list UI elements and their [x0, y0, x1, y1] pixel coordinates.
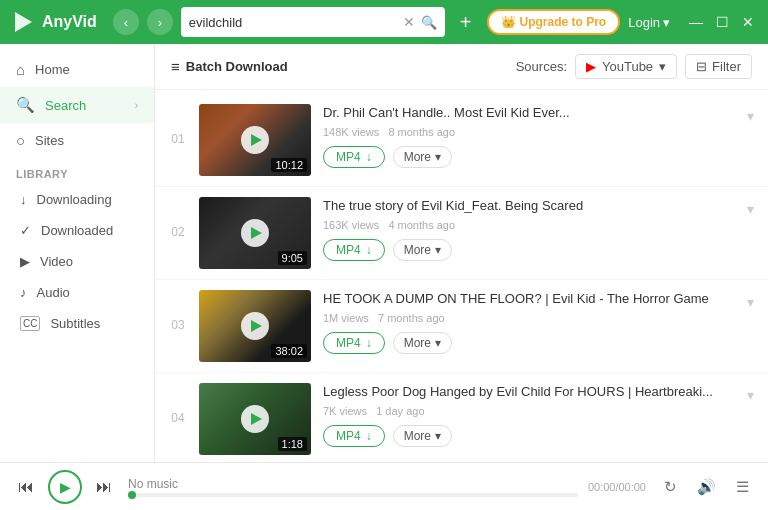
filter-label: Filter — [712, 59, 741, 74]
back-button[interactable]: ‹ — [113, 9, 139, 35]
progress-bar[interactable] — [128, 493, 578, 497]
title-bar: AnyVid ‹ › ✕ 🔍 + 👑 Upgrade to Pro Login … — [0, 0, 768, 44]
sidebar-item-downloading[interactable]: ↓ Downloading — [0, 184, 154, 215]
maximize-button[interactable]: ☐ — [712, 12, 732, 32]
more-button[interactable]: More ▾ — [393, 146, 452, 168]
sidebar-item-label: Downloaded — [41, 223, 113, 238]
result-item: 01 10:12 Dr. Phil Can't Handle.. Most Ev… — [155, 94, 768, 187]
thumbnail: 9:05 — [199, 197, 311, 269]
result-title: HE TOOK A DUMP ON THE FLOOR? | Evil Kid … — [323, 290, 735, 308]
play-button[interactable] — [241, 126, 269, 154]
next-button[interactable]: ⏭ — [90, 473, 118, 501]
chevron-down-icon: ▾ — [435, 429, 441, 443]
result-meta: 1M views 7 months ago — [323, 312, 735, 324]
add-tab-button[interactable]: + — [453, 9, 479, 35]
result-number: 03 — [169, 290, 187, 332]
sidebar-item-home[interactable]: ⌂ Home — [0, 52, 154, 87]
app-name: AnyVid — [42, 13, 97, 31]
sources-dropdown[interactable]: ▶ YouTube ▾ — [575, 54, 677, 79]
result-meta: 148K views 8 months ago — [323, 126, 735, 138]
mp4-button[interactable]: MP4 ↓ — [323, 146, 385, 168]
time-display: 00:00/00:00 — [588, 481, 646, 493]
download-icon: ↓ — [366, 150, 372, 164]
player-controls: ⏮ ▶ ⏭ — [12, 470, 118, 504]
sidebar-item-label: Subtitles — [50, 316, 100, 331]
more-button[interactable]: More ▾ — [393, 332, 452, 354]
svg-marker-0 — [15, 12, 32, 32]
play-button[interactable] — [241, 219, 269, 247]
duration-badge: 9:05 — [278, 251, 307, 265]
clear-search-icon[interactable]: ✕ — [403, 14, 415, 30]
sidebar-item-downloaded[interactable]: ✓ Downloaded — [0, 215, 154, 246]
sidebar-item-label: Home — [35, 62, 70, 77]
result-title: Legless Poor Dog Hanged by Evil Child Fo… — [323, 383, 735, 401]
sidebar-item-audio[interactable]: ♪ Audio — [0, 277, 154, 308]
more-button[interactable]: More ▾ — [393, 425, 452, 447]
result-title: Dr. Phil Can't Handle.. Most Evil Kid Ev… — [323, 104, 735, 122]
window-controls: — ☐ ✕ — [686, 12, 758, 32]
chevron-down-icon: ▾ — [435, 336, 441, 350]
more-button[interactable]: More ▾ — [393, 239, 452, 261]
logo-area: AnyVid — [10, 9, 97, 35]
subtitles-icon: CC — [20, 316, 40, 331]
volume-button[interactable]: 🔊 — [692, 473, 720, 501]
sidebar-item-label: Downloading — [37, 192, 112, 207]
sidebar-item-subtitles[interactable]: CC Subtitles — [0, 308, 154, 339]
sources-label: Sources: — [516, 59, 567, 74]
search-input[interactable] — [189, 15, 397, 30]
forward-button[interactable]: › — [147, 9, 173, 35]
result-item: 03 38:02 HE TOOK A DUMP ON THE FLOOR? | … — [155, 280, 768, 373]
mp4-button[interactable]: MP4 ↓ — [323, 425, 385, 447]
collapse-icon[interactable]: ▾ — [747, 104, 754, 124]
upgrade-label: Upgrade to Pro — [520, 15, 607, 29]
result-info: HE TOOK A DUMP ON THE FLOOR? | Evil Kid … — [323, 290, 735, 354]
collapse-icon[interactable]: ▾ — [747, 197, 754, 217]
result-item: 04 1:18 Legless Poor Dog Hanged by Evil … — [155, 373, 768, 462]
download-icon: ↓ — [20, 192, 27, 207]
result-item: 02 9:05 The true story of Evil Kid_Feat.… — [155, 187, 768, 280]
batch-download-label: Batch Download — [186, 59, 288, 74]
sidebar-item-sites[interactable]: ○ Sites — [0, 123, 154, 158]
duration-badge: 1:18 — [278, 437, 307, 451]
repeat-button[interactable]: ↻ — [656, 473, 684, 501]
source-value: YouTube — [602, 59, 653, 74]
login-button[interactable]: Login ▾ — [628, 15, 670, 30]
collapse-icon[interactable]: ▾ — [747, 290, 754, 310]
track-name: No music — [128, 477, 578, 491]
collapse-icon[interactable]: ▾ — [747, 383, 754, 403]
play-button[interactable] — [241, 405, 269, 433]
chevron-down-icon: ▾ — [435, 150, 441, 164]
duration-badge: 10:12 — [271, 158, 307, 172]
batch-download-button[interactable]: ≡ Batch Download — [171, 58, 288, 75]
checkmark-icon: ✓ — [20, 223, 31, 238]
result-actions: MP4 ↓ More ▾ — [323, 146, 735, 168]
app-logo — [10, 9, 36, 35]
track-info: No music — [128, 477, 578, 497]
filter-button[interactable]: ⊟ Filter — [685, 54, 752, 79]
thumbnail: 38:02 — [199, 290, 311, 362]
playlist-button[interactable]: ☰ — [728, 473, 756, 501]
result-number: 01 — [169, 104, 187, 146]
player-bar: ⏮ ▶ ⏭ No music 00:00/00:00 ↻ 🔊 ☰ — [0, 462, 768, 510]
sidebar-item-label: Search — [45, 98, 86, 113]
play-pause-button[interactable]: ▶ — [48, 470, 82, 504]
audio-icon: ♪ — [20, 285, 27, 300]
upgrade-button[interactable]: 👑 Upgrade to Pro — [487, 9, 621, 35]
sidebar: ⌂ Home 🔍 Search › ○ Sites Library ↓ Down… — [0, 44, 155, 462]
result-actions: MP4 ↓ More ▾ — [323, 239, 735, 261]
mp4-button[interactable]: MP4 ↓ — [323, 239, 385, 261]
minimize-button[interactable]: — — [686, 12, 706, 32]
progress-dot — [128, 491, 136, 499]
sidebar-item-label: Video — [40, 254, 73, 269]
batch-icon: ≡ — [171, 58, 180, 75]
result-title: The true story of Evil Kid_Feat. Being S… — [323, 197, 735, 215]
search-icon: 🔍 — [16, 96, 35, 114]
sidebar-item-search[interactable]: 🔍 Search › — [0, 87, 154, 123]
previous-button[interactable]: ⏮ — [12, 473, 40, 501]
sidebar-item-label: Sites — [35, 133, 64, 148]
play-button[interactable] — [241, 312, 269, 340]
player-right-controls: ↻ 🔊 ☰ — [656, 473, 756, 501]
mp4-button[interactable]: MP4 ↓ — [323, 332, 385, 354]
sidebar-item-video[interactable]: ▶ Video — [0, 246, 154, 277]
close-button[interactable]: ✕ — [738, 12, 758, 32]
